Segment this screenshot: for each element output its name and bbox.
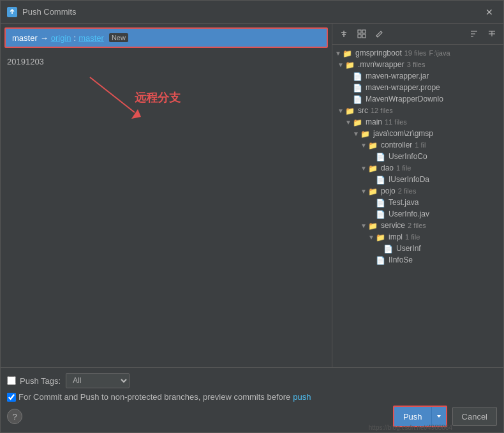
push-link[interactable]: push [293,392,311,402]
branch-separator: : [74,33,77,43]
svg-rect-8 [362,30,366,33]
branch-row[interactable]: master → origin : master New [4,27,328,48]
remote-branch[interactable]: master [78,33,104,43]
commit-info-text: For Commit and Push to non-protected bra… [19,392,290,402]
tree-item[interactable]: ▼ 📁 impl 1 file [332,231,503,243]
folder-icon: 📁 [343,49,353,57]
tree-item[interactable]: ▼ 📁 dao 1 file [332,162,503,174]
bottom-panel: Push Tags: All Annotated None For Commit… [1,367,503,432]
push-tags-label: Push Tags: [20,376,61,386]
push-tags-checkbox-label: Push Tags: [7,376,61,386]
tree-item[interactable]: ▼ 📁 .mvn\wrapper 3 files [332,59,503,70]
sort-button[interactable] [466,26,482,42]
tree-item[interactable]: 📄 UserInfo.jav [332,208,503,220]
tree-item[interactable]: ▼ 📁 main 11 files [332,116,503,128]
grid-button[interactable] [354,26,369,42]
dialog-title: Push Commits [22,7,77,17]
tree-item[interactable]: ▼ 📁 service 2 files [332,220,503,231]
tree-item[interactable]: ▼ 📁 java\com\zr\gmsp [332,128,503,139]
file-tree: ▼ 📁 gmspringboot 19 files F:\java ▼ 📁 .m… [332,45,503,367]
cancel-button[interactable]: Cancel [452,407,497,426]
right-toolbar [332,24,503,45]
tree-item[interactable]: 📄 IUserInfoDa [332,174,503,185]
close-button[interactable]: ✕ [482,4,497,20]
tree-item[interactable]: 📄 maven-wrapper.prope [332,82,503,93]
tree-item[interactable]: 📄 MavenWrapperDownlo [332,93,503,105]
tree-item[interactable]: 📄 UserInf [332,243,503,254]
commit-preview-checkbox[interactable] [7,393,16,402]
commit-item[interactable]: 20191203 [7,56,325,68]
svg-marker-18 [437,415,441,418]
svg-line-2 [90,77,135,112]
svg-rect-9 [358,34,361,38]
push-button[interactable]: Push [394,407,431,426]
tree-item[interactable]: 📄 UserInfoCo [332,151,503,162]
remote-origin[interactable]: origin [51,33,71,43]
help-button[interactable]: ? [7,409,22,424]
tree-item[interactable]: ▼ 📁 pojo 2 files [332,185,503,197]
svg-line-11 [376,36,378,37]
commit-list: 20191203 远程分支 [1,52,332,367]
commit-info-row: For Commit and Push to non-protected bra… [7,392,497,402]
push-commits-dialog: Push Commits ✕ master → origin : master … [0,0,504,433]
push-tags-row: Push Tags: All Annotated None [7,373,497,388]
tree-item[interactable]: 📄 maven-wrapper.jar [332,70,503,82]
tree-item[interactable]: 📄 IInfoSe [332,254,503,266]
tree-root[interactable]: ▼ 📁 gmspringboot 19 files F:\java [332,47,503,59]
right-panel: ▼ 📁 gmspringboot 19 files F:\java ▼ 📁 .m… [332,24,503,367]
svg-rect-7 [358,30,361,33]
new-badge: New [109,33,128,42]
svg-rect-10 [362,34,366,38]
tree-item[interactable]: 📄 Test.java [332,197,503,208]
tree-root-path: F:\java [429,49,450,57]
title-bar: Push Commits ✕ [1,1,503,24]
pin-button[interactable] [336,26,352,42]
watermark: https://blog.csdn.net/4988864 [369,424,452,431]
tree-item[interactable]: ▼ 📁 src 12 files [332,105,503,116]
push-dropdown-button[interactable] [431,407,446,426]
local-branch: master [12,33,38,43]
tree-root-count: 19 files [404,49,427,57]
annotation-arrow [77,71,154,124]
push-tags-checkbox[interactable] [7,376,16,385]
svg-marker-3 [131,109,141,119]
tree-item[interactable]: ▼ 📁 controller 1 fil [332,139,503,151]
content-area: master → origin : master New 20191203 远程… [1,24,503,367]
tree-root-label: gmspringboot [355,49,402,57]
dialog-icon [7,7,17,17]
edit-button[interactable] [372,26,387,42]
chevron-icon: ▼ [335,50,343,57]
left-panel: master → origin : master New 20191203 远程… [1,24,332,367]
push-tags-select[interactable]: All Annotated None [66,373,130,388]
branch-arrow: → [40,33,48,43]
annotation-text: 远程分支 [135,90,181,105]
collapse-button[interactable] [484,26,500,42]
